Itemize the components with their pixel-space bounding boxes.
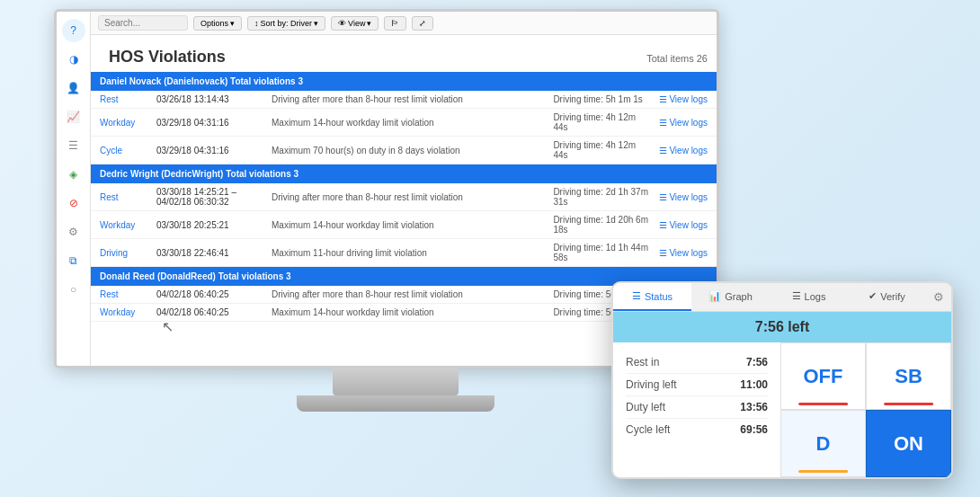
sidebar-icon-help[interactable]: ?	[62, 19, 85, 42]
view-logs-link[interactable]: ☰ View logs	[659, 192, 708, 202]
violation-type[interactable]: Driving	[100, 248, 149, 258]
rest-in-label: Rest in	[626, 356, 659, 368]
tab-status[interactable]: ☰ Status	[613, 283, 691, 311]
violation-date: 03/30/18 22:46:41	[156, 248, 264, 258]
view-logs-link[interactable]: ☰ View logs	[659, 118, 708, 128]
violation-date: 04/02/18 06:40:25	[156, 307, 264, 317]
tab-gear[interactable]: ⚙	[926, 283, 951, 311]
violation-date: 03/30/18 20:25:21	[156, 220, 264, 230]
view-logs-link[interactable]: ☰ View logs	[659, 220, 708, 230]
logs-tab-label: Logs	[805, 291, 826, 302]
violation-type[interactable]: Rest	[100, 94, 149, 104]
sidebar-icon-person[interactable]: 👤	[62, 76, 85, 100]
violation-driving: Driving time: 1d 1h 44m 58s	[553, 243, 652, 262]
violation-driving: Driving time: 1d 20h 6m 18s	[553, 215, 652, 235]
sort-button[interactable]: ↕ Sort by: Driver ▾	[247, 16, 325, 31]
table-row: Driving 03/30/18 22:46:41 Maximum 11-hou…	[91, 239, 717, 267]
monitor-base	[297, 395, 494, 412]
monitor-stand	[333, 368, 459, 395]
tab-logs[interactable]: ☰ Logs	[770, 283, 848, 311]
violation-type[interactable]: Rest	[100, 192, 149, 202]
cycle-left-label: Cycle left	[626, 423, 670, 436]
graph-tab-icon: 📊	[708, 290, 721, 302]
sidebar-icon-shield[interactable]: ◈	[62, 163, 85, 186]
view-logs-link[interactable]: ☰ View logs	[659, 146, 708, 155]
total-items: Total items 26	[646, 53, 708, 64]
driving-left-label: Driving left	[626, 378, 677, 391]
action-buttons: OFF SB D ON	[780, 342, 951, 477]
sidebar-icon-settings[interactable]: ⚙	[62, 220, 85, 244]
duty-left-value: 13:56	[740, 401, 768, 413]
violation-desc: Maximum 14-hour workday limit violation	[272, 220, 546, 230]
violation-type[interactable]: Rest	[100, 289, 149, 299]
tablet-tabs: ☰ Status 📊 Graph ☰ Logs ✔ Verify ⚙	[613, 283, 951, 312]
view-logs-link[interactable]: ☰ View logs	[659, 94, 708, 104]
status-row-rest: Rest in 7:56	[626, 351, 768, 374]
violation-type[interactable]: Workday	[100, 307, 149, 317]
on-button[interactable]: ON	[866, 410, 951, 477]
violation-date: 03/30/18 14:25:21 – 04/02/18 06:30:32	[156, 187, 264, 207]
table-row: Workday 03/29/18 04:31:16 Maximum 14-hou…	[91, 109, 717, 137]
sb-button[interactable]: SB	[866, 342, 951, 410]
top-bar: Options ▾ ↕ Sort by: Driver ▾ 👁 View ▾ 🏳…	[91, 12, 717, 35]
table-row: Cycle 03/29/18 04:31:16 Maximum 70 hour(…	[91, 137, 717, 164]
sidebar-icon-graph[interactable]: 📈	[62, 105, 85, 129]
violation-driving: Driving time: 2d 1h 37m 31s	[553, 187, 652, 207]
violation-date: 03/26/18 13:14:43	[156, 94, 264, 104]
violation-desc: Maximum 14-hour workday limit violation	[272, 118, 546, 128]
violation-date: 03/29/18 04:31:16	[156, 118, 264, 128]
violation-driving: Driving time: 4h 12m 44s	[553, 140, 652, 160]
off-button[interactable]: OFF	[780, 342, 866, 410]
violation-desc: Maximum 11-hour driving limit violation	[272, 248, 546, 258]
status-row-driving: Driving left 11:00	[626, 374, 768, 396]
flag-button[interactable]: 🏳	[384, 16, 406, 31]
status-tab-label: Status	[645, 291, 673, 302]
table-row: Workday 03/30/18 20:25:21 Maximum 14-hou…	[91, 211, 717, 239]
tablet: ☰ Status 📊 Graph ☰ Logs ✔ Verify ⚙ 7:56 …	[611, 281, 953, 479]
view-logs-link[interactable]: ☰ View logs	[659, 248, 708, 258]
violation-date: 04/02/18 06:40:25	[156, 289, 264, 299]
driving-left-value: 11:00	[740, 378, 768, 391]
group-header-2: Dedric Wright (DedricWright) Total viola…	[91, 164, 717, 183]
expand-button[interactable]: ⤢	[412, 16, 433, 31]
sidebar-icon-ban[interactable]: ⊘	[62, 191, 85, 215]
tab-verify[interactable]: ✔ Verify	[848, 283, 926, 311]
sidebar-icon-layers[interactable]: ⧉	[62, 249, 85, 272]
violation-type[interactable]: Workday	[100, 220, 149, 230]
verify-tab-label: Verify	[880, 291, 905, 302]
verify-tab-icon: ✔	[869, 290, 877, 302]
violation-date: 03/29/18 04:31:16	[156, 146, 264, 155]
logs-tab-icon: ☰	[792, 290, 801, 302]
page-title: HOS Violations	[100, 40, 235, 70]
table-row: Rest 03/30/18 14:25:21 – 04/02/18 06:30:…	[91, 183, 717, 211]
group-header-1: Daniel Novack (Danielnovack) Total viola…	[91, 72, 717, 91]
d-button[interactable]: D	[780, 410, 866, 477]
view-button[interactable]: 👁 View ▾	[331, 16, 379, 31]
duty-left-label: Duty left	[626, 401, 665, 413]
table-row: Rest 03/26/18 13:14:43 Driving after mor…	[91, 91, 717, 109]
violation-driving: Driving time: 5h 1m 1s	[553, 94, 652, 104]
options-button[interactable]: Options ▾	[193, 16, 242, 31]
tablet-body: Rest in 7:56 Driving left 11:00 Duty lef…	[613, 342, 951, 477]
graph-tab-label: Graph	[725, 291, 753, 302]
cycle-left-value: 69:56	[740, 423, 768, 436]
violation-type[interactable]: Cycle	[100, 146, 149, 155]
scene: ? ◑ 👤 📈 ☰ ◈ ⊘ ⚙ ⧉ ○	[0, 0, 980, 497]
violation-desc: Maximum 14-hour workday limit violation	[272, 307, 546, 317]
search-input[interactable]	[98, 15, 188, 31]
violation-desc: Driving after more than 8-hour rest limi…	[272, 289, 546, 299]
sidebar-icon-list[interactable]: ☰	[62, 134, 85, 157]
sidebar-icon-chart[interactable]: ◑	[62, 48, 85, 71]
time-banner: 7:56 left	[613, 312, 951, 342]
sidebar-icon-circle[interactable]: ○	[62, 278, 85, 301]
rest-in-value: 7:56	[746, 356, 768, 368]
sidebar: ? ◑ 👤 📈 ☰ ◈ ⊘ ⚙ ⧉ ○	[57, 12, 91, 366]
violation-type[interactable]: Workday	[100, 118, 149, 128]
status-row-cycle: Cycle left 69:56	[626, 419, 768, 440]
status-tab-icon: ☰	[632, 290, 641, 302]
violation-desc: Driving after more than 8-hour rest limi…	[272, 192, 546, 202]
violation-desc: Driving after more than 8-hour rest limi…	[272, 94, 546, 104]
violation-driving: Driving time: 4h 12m 44s	[553, 112, 652, 132]
violation-desc: Maximum 70 hour(s) on duty in 8 days vio…	[272, 146, 546, 155]
tab-graph[interactable]: 📊 Graph	[691, 283, 770, 311]
